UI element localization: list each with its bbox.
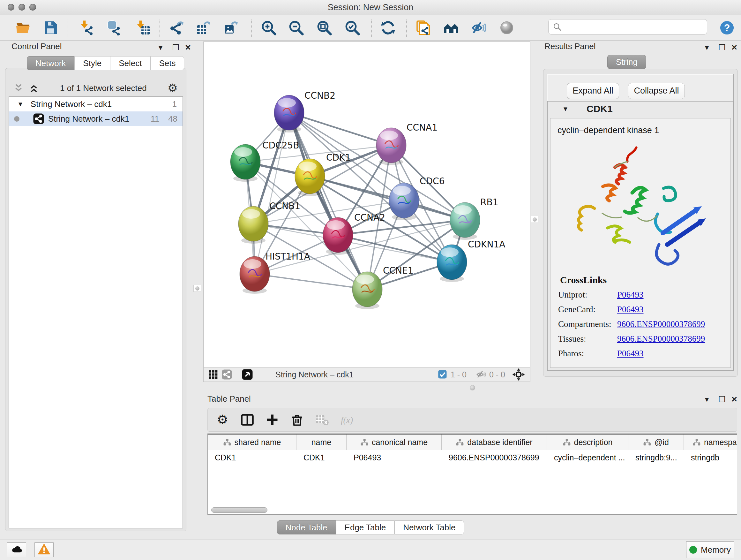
- help-icon[interactable]: ?: [719, 19, 735, 36]
- table-cell[interactable]: CDK1: [208, 453, 296, 462]
- add-row-icon[interactable]: [263, 411, 281, 429]
- node-CDC25B[interactable]: [230, 144, 260, 182]
- control-panel-close-icon[interactable]: ✕: [183, 42, 193, 53]
- right-splitter-handle[interactable]: [531, 216, 538, 223]
- table-cell[interactable]: 9606.ENSP00000378699: [442, 453, 547, 462]
- hide-selected-eye-icon[interactable]: [470, 19, 487, 36]
- node-CCNA1[interactable]: [376, 128, 406, 165]
- left-splitter-handle[interactable]: [193, 285, 201, 292]
- show-details-houses-icon[interactable]: [443, 19, 460, 36]
- memory-button[interactable]: Memory: [686, 542, 734, 558]
- collapse-all-button[interactable]: Collapse All: [628, 83, 685, 99]
- detach-view-icon[interactable]: [242, 369, 253, 380]
- crosslink-value-link[interactable]: P06493: [617, 305, 644, 314]
- column-header--id[interactable]: @id: [628, 435, 684, 450]
- columns-icon[interactable]: [239, 411, 256, 429]
- network-graph[interactable]: CCNB2CCNA1CDC25BCDK1CDC6RB1CCNB1CCNA2CDK…: [204, 42, 530, 367]
- table-gear-icon[interactable]: ⚙: [213, 411, 231, 429]
- collection-expander-icon[interactable]: ▼: [17, 101, 23, 108]
- column-header-database-identifier[interactable]: database identifier: [442, 435, 547, 450]
- cloud-button[interactable]: [7, 543, 26, 557]
- table-cell[interactable]: P06493: [347, 453, 442, 462]
- crosslink-value-link[interactable]: 9606.ENSP00000378699: [617, 319, 705, 329]
- network-options-gear-icon[interactable]: ⚙: [167, 81, 178, 95]
- tab-string[interactable]: String: [607, 55, 646, 69]
- delete-row-icon[interactable]: [288, 411, 306, 429]
- result-card-header[interactable]: ▼ CDK1: [548, 102, 733, 118]
- export-table-icon[interactable]: [195, 19, 212, 36]
- zoom-fit-icon[interactable]: [316, 19, 333, 36]
- network-view-mode-icon[interactable]: [221, 369, 232, 380]
- edge-CCNB2-CCNA1[interactable]: [289, 113, 391, 145]
- table-row[interactable]: CDK1CDK1P064939606.ENSP00000378699cyclin…: [208, 450, 737, 465]
- export-network-icon[interactable]: [169, 19, 185, 36]
- open-session-icon[interactable]: [15, 19, 31, 36]
- zoom-in-icon[interactable]: [260, 19, 277, 36]
- tab-select[interactable]: Select: [110, 56, 150, 70]
- edge-CCNB2-HIST1H1A[interactable]: [255, 113, 289, 274]
- svg-text:⚙: ⚙: [217, 413, 228, 427]
- control-panel-maximize-icon[interactable]: ❒: [171, 42, 181, 53]
- warnings-button[interactable]: [35, 543, 54, 557]
- clone-network-icon[interactable]: [415, 19, 431, 36]
- expand-all-button[interactable]: Expand All: [567, 83, 619, 99]
- node-CCNB1[interactable]: [239, 206, 268, 244]
- network-collection-row[interactable]: ▼ String Network – cdk1 1: [9, 97, 183, 111]
- import-table-icon[interactable]: [135, 19, 151, 36]
- collapse-all-icon[interactable]: [13, 83, 24, 94]
- table-cell[interactable]: cyclin–dependent ...: [547, 453, 628, 462]
- import-network-database-icon[interactable]: [105, 19, 122, 36]
- zoom-out-icon[interactable]: [288, 19, 305, 36]
- import-network-file-icon[interactable]: [78, 19, 95, 36]
- table-horizontal-scrollbar[interactable]: [211, 507, 267, 513]
- fit-content-crosshair-icon[interactable]: [512, 368, 525, 381]
- column-header-description[interactable]: description: [547, 435, 628, 450]
- control-panel-float-icon[interactable]: ▾: [155, 42, 166, 53]
- export-image-icon[interactable]: [223, 19, 239, 36]
- tab-node-table[interactable]: Node Table: [277, 520, 336, 535]
- table-cell[interactable]: stringdb:9...: [628, 453, 684, 462]
- node-table[interactable]: shared namenamecanonical namedatabase id…: [207, 434, 737, 515]
- save-session-icon[interactable]: [42, 19, 59, 36]
- tab-style[interactable]: Style: [74, 56, 110, 70]
- result-expander-icon[interactable]: ▼: [562, 105, 569, 113]
- node-CCNE1[interactable]: [352, 272, 382, 309]
- network-row[interactable]: String Network – cdk1 11 48: [9, 111, 183, 126]
- node-CCNA2[interactable]: [323, 217, 353, 255]
- crosslink-value-link[interactable]: 9606.ENSP00000378699: [617, 334, 705, 344]
- column-header-name[interactable]: name: [296, 435, 347, 450]
- results-panel-float-icon[interactable]: ▾: [701, 42, 712, 53]
- table-panel-close-icon[interactable]: ✕: [729, 394, 740, 405]
- grid-view-icon[interactable]: [208, 369, 218, 380]
- horizontal-splitter-handle[interactable]: [470, 385, 475, 390]
- node-HIST1H1A[interactable]: [240, 256, 270, 294]
- table-cell[interactable]: CDK1: [296, 453, 347, 462]
- node-CDKN1A[interactable]: [437, 245, 467, 282]
- results-panel-close-icon[interactable]: ✕: [729, 42, 740, 53]
- column-header-namespace[interactable]: namespace: [684, 435, 737, 450]
- expand-all-icon[interactable]: [28, 83, 39, 94]
- table-panel-float-icon[interactable]: ▾: [701, 394, 712, 405]
- selected-checkbox-icon[interactable]: [438, 370, 448, 379]
- crosslink-value-link[interactable]: P06493: [617, 349, 644, 359]
- edge-CCNB2-CCNE1[interactable]: [289, 113, 367, 289]
- table-cell[interactable]: stringdb: [684, 453, 737, 462]
- tab-network[interactable]: Network: [27, 56, 74, 70]
- refresh-view-icon[interactable]: [380, 19, 396, 36]
- zoom-selected-icon[interactable]: [344, 19, 360, 36]
- column-header-canonical-name[interactable]: canonical name: [347, 435, 442, 450]
- tab-sets[interactable]: Sets: [150, 56, 184, 70]
- crosslink-value-link[interactable]: P06493: [617, 290, 644, 300]
- node-RB1[interactable]: [450, 202, 480, 240]
- column-header-shared-name[interactable]: shared name: [208, 435, 296, 450]
- edge-HIST1H1A-CCNE1[interactable]: [255, 274, 367, 289]
- tab-network-table[interactable]: Network Table: [394, 520, 464, 535]
- network-list-toolbar: 1 of 1 Network selected ⚙: [9, 80, 183, 96]
- tab-edge-table[interactable]: Edge Table: [336, 520, 395, 535]
- network-canvas[interactable]: CCNB2CCNA1CDC25BCDK1CDC6RB1CCNB1CCNA2CDK…: [203, 42, 530, 367]
- node-CCNB2[interactable]: [274, 95, 304, 132]
- search-input[interactable]: [548, 19, 707, 35]
- table-panel-maximize-icon[interactable]: ❒: [717, 394, 728, 405]
- birdseye-sphere-icon[interactable]: [498, 19, 515, 36]
- results-panel-maximize-icon[interactable]: ❒: [717, 42, 728, 53]
